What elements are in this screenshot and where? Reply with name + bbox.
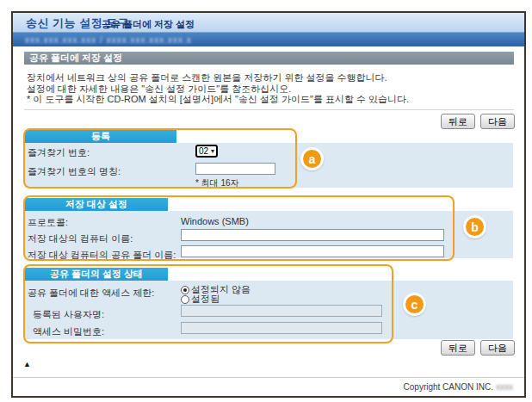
titlebar: 송신 기능 설정 도구 공유 폴더에 저장 설정 xyxy=(13,13,524,32)
device-address-bar: xxx.xxx.xxx.xxx / xxxx.xxx.xxx.xxx.x xyxy=(13,32,524,46)
section-register-body: 즐겨찾기 번호: 02 ▾ 즐겨찾기 번호의 명칭: * 최대 16자 xyxy=(25,143,513,188)
nav-buttons-top: 뒤로 다음 xyxy=(441,114,515,129)
divider-top xyxy=(24,109,514,110)
section-destination: 저장 대상 설정 프로토콜: Windows (SMB) 저장 대상의 컴퓨터 … xyxy=(25,198,513,258)
access-password-input xyxy=(181,322,382,334)
section-destination-body: 프로토콜: Windows (SMB) 저장 대상의 컴퓨터 이름: 저장 대상… xyxy=(25,211,513,258)
annotation-badge-c: c xyxy=(403,293,426,316)
radio-unselected-icon xyxy=(181,295,189,304)
annotation-badge-a: a xyxy=(300,147,324,170)
back-to-top-link[interactable]: ▲ xyxy=(23,360,31,368)
annotation-badge-b: b xyxy=(463,215,486,238)
section-status: 공유 폴더의 설정 상태 공유 폴더에 대한 액세스 제한: 설정되지 않음 설… xyxy=(25,268,513,339)
favorite-name-label: 즐겨찾기 번호의 명칭: xyxy=(28,165,121,178)
section-register: 등록 즐겨찾기 번호: 02 ▾ 즐겨찾기 번호의 명칭: * 최대 16자 xyxy=(25,130,513,188)
registered-username-label: 등록된 사용자명: xyxy=(33,308,104,321)
computer-name-input[interactable] xyxy=(181,229,444,241)
favorite-number-select[interactable]: 02 ▾ xyxy=(195,145,218,158)
favorite-name-input[interactable] xyxy=(195,163,275,175)
shared-folder-input[interactable] xyxy=(181,245,444,257)
section-destination-tab: 저장 대상 설정 xyxy=(25,198,168,211)
favorite-name-note: * 최대 16자 xyxy=(195,177,239,189)
radio-option-set[interactable]: 설정됨 xyxy=(181,293,220,306)
intro-line-3: * 이 도구를 시작한 CD-ROM 설치의 [설명서]에서 "송신 설정 가이… xyxy=(27,93,409,106)
copyright-text: Copyright CANON INC. xyxy=(404,382,493,392)
protocol-value: Windows (SMB) xyxy=(181,216,249,226)
page-title: 공유 폴더에 저장 설정 xyxy=(102,18,195,31)
access-password-label: 액세스 비밀번호: xyxy=(33,325,104,338)
section-status-body: 공유 폴더에 대한 액세스 제한: 설정되지 않음 설정됨 등록된 사용자명: … xyxy=(25,281,513,339)
copyright: Copyright CANON INC. xxxx xyxy=(404,382,513,392)
app-window: 송신 기능 설정 도구 공유 폴더에 저장 설정 xxx.xxx.xxx.xxx… xyxy=(11,11,526,398)
radio-option-set-label: 설정됨 xyxy=(191,293,220,306)
device-address-redacted: xxx.xxx.xxx.xxx / xxxx.xxx.xxx.xxx.x xyxy=(25,35,192,45)
footer-divider xyxy=(13,377,524,378)
section-register-tab: 등록 xyxy=(25,130,176,143)
chevron-down-icon: ▾ xyxy=(211,148,214,155)
next-button-bottom[interactable]: 다음 xyxy=(480,340,515,356)
computer-name-label: 저장 대상의 컴퓨터 이름: xyxy=(28,232,133,245)
access-restriction-label: 공유 폴더에 대한 액세스 제한: xyxy=(28,287,154,300)
copyright-year-redacted: xxxx xyxy=(496,382,513,392)
registered-username-input xyxy=(181,305,382,317)
page-heading: 공유 폴더에 저장 설정 xyxy=(29,53,122,63)
favorite-number-label: 즐겨찾기 번호: xyxy=(28,146,90,159)
shared-folder-label: 저장 대상 컴퓨터의 공유 폴더 이름: xyxy=(28,249,176,262)
page-heading-bar: 공유 폴더에 저장 설정 xyxy=(24,52,514,65)
favorite-number-value: 02 xyxy=(199,146,208,156)
back-button-bottom[interactable]: 뒤로 xyxy=(441,340,475,356)
back-button-top[interactable]: 뒤로 xyxy=(441,114,475,129)
next-button-top[interactable]: 다음 xyxy=(480,114,515,129)
section-status-tab: 공유 폴더의 설정 상태 xyxy=(25,268,168,281)
protocol-label: 프로토콜: xyxy=(28,216,68,229)
nav-buttons-bottom: 뒤로 다음 xyxy=(441,340,515,356)
